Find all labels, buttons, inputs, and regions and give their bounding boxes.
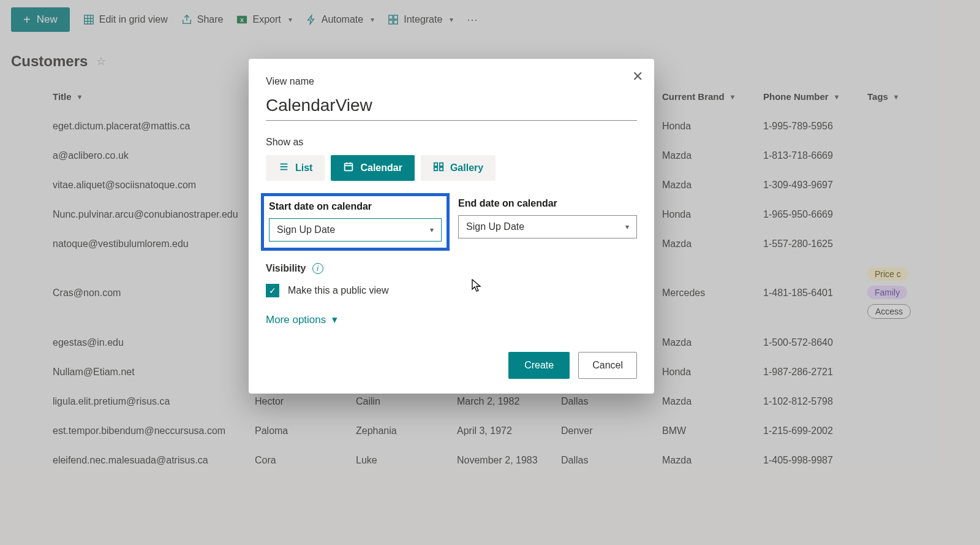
- svg-rect-21: [434, 163, 437, 166]
- end-date-select[interactable]: Sign Up Date ▾: [458, 215, 637, 238]
- cancel-button[interactable]: Cancel: [578, 352, 637, 379]
- chevron-down-icon: ▾: [332, 313, 337, 326]
- create-button[interactable]: Create: [508, 352, 570, 379]
- start-date-select[interactable]: Sign Up Date ▾: [269, 218, 442, 242]
- info-icon[interactable]: i: [312, 263, 323, 274]
- seg-list[interactable]: List: [266, 155, 325, 181]
- calendar-icon: [343, 161, 354, 175]
- show-as-segment: List Calendar Gallery: [266, 155, 637, 181]
- create-view-dialog: ✕ View name Show as List Calendar Galler…: [249, 59, 654, 394]
- end-date-value: Sign Up Date: [466, 221, 524, 232]
- svg-rect-22: [440, 163, 443, 166]
- chevron-down-icon: ▾: [430, 226, 434, 234]
- close-button[interactable]: ✕: [632, 69, 643, 85]
- seg-gallery[interactable]: Gallery: [421, 155, 496, 181]
- close-icon: ✕: [632, 69, 643, 84]
- svg-rect-24: [440, 167, 443, 170]
- start-date-highlight: Start date on calendar Sign Up Date ▾: [261, 193, 450, 251]
- start-date-label: Start date on calendar: [269, 201, 442, 212]
- public-view-label: Make this a public view: [288, 285, 389, 296]
- check-icon: ✓: [269, 286, 276, 295]
- view-name-input[interactable]: [266, 93, 637, 121]
- view-name-label: View name: [266, 76, 637, 87]
- chevron-down-icon: ▾: [625, 223, 629, 231]
- gallery-icon: [433, 161, 444, 175]
- list-icon: [278, 161, 289, 175]
- visibility-label: Visibility: [266, 263, 306, 274]
- svg-rect-23: [434, 167, 437, 170]
- seg-list-label: List: [295, 162, 312, 173]
- svg-rect-17: [345, 164, 353, 171]
- more-options-toggle[interactable]: More options ▾: [266, 313, 637, 326]
- seg-gallery-label: Gallery: [450, 162, 483, 173]
- end-date-label: End date on calendar: [458, 198, 637, 209]
- show-as-label: Show as: [266, 137, 637, 148]
- more-options-label: More options: [266, 314, 326, 326]
- start-date-value: Sign Up Date: [277, 224, 335, 235]
- seg-calendar-label: Calendar: [360, 162, 402, 173]
- public-view-checkbox[interactable]: ✓: [266, 284, 279, 297]
- seg-calendar[interactable]: Calendar: [331, 155, 414, 181]
